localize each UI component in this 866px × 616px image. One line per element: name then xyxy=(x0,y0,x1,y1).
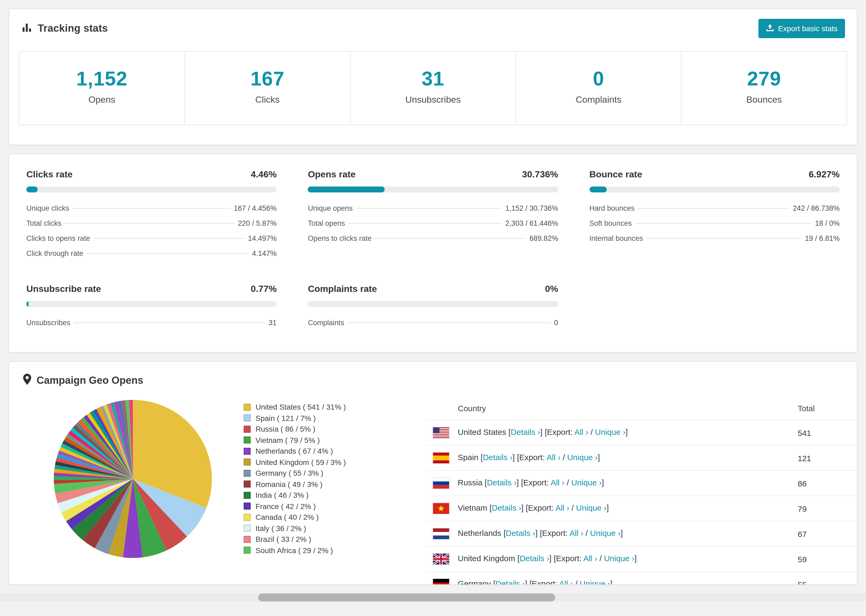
horizontal-scrollbar-thumb[interactable] xyxy=(258,593,555,602)
legend-swatch xyxy=(244,437,251,444)
details-link[interactable]: Details › xyxy=(505,528,535,537)
rate-row-label: Total opens xyxy=(308,216,345,231)
unsubscribe-rate-title: Unsubscribe rate xyxy=(26,284,101,295)
bounce-rate-value: 6.927% xyxy=(809,169,840,180)
export-all-link[interactable]: All › xyxy=(555,503,569,512)
export-unique-link[interactable]: Unique › xyxy=(576,503,606,512)
page-title: Tracking stats xyxy=(38,23,108,35)
legend-swatch xyxy=(244,404,251,411)
rate-row-label: Soft bounces xyxy=(589,216,632,231)
stat-value: 167 xyxy=(185,68,350,90)
stat-complaints: 0 Complaints xyxy=(516,52,682,125)
export-unique-link[interactable]: Unique › xyxy=(604,554,635,563)
opens-rate-title: Opens rate xyxy=(308,169,356,180)
stat-value: 1,152 xyxy=(19,68,184,90)
country-name: Germany xyxy=(458,579,491,585)
export-all-link[interactable]: All › xyxy=(546,453,561,462)
stats-summary-box: 1,152 Opens 167 Clicks 31 Unsubscribes 0… xyxy=(19,51,847,125)
unsubscribe-rate-value: 0.77% xyxy=(251,284,277,295)
bounce-rate-bar-fill xyxy=(589,187,606,192)
dotted-leader xyxy=(636,223,811,224)
dotted-leader xyxy=(349,223,502,224)
dotted-leader xyxy=(73,208,230,209)
table-row-united-kingdom: United Kingdom [Details ›] [Export: All … xyxy=(427,546,857,572)
details-link[interactable]: Details › xyxy=(491,503,521,512)
legend-swatch xyxy=(244,525,251,532)
legend-swatch xyxy=(244,503,251,510)
country-name: United States xyxy=(458,427,506,437)
stat-opens: 1,152 Opens xyxy=(19,52,185,125)
rate-row: Internal bounces19 / 6.81% xyxy=(589,231,840,246)
rate-row-value: 1,152 / 30.736% xyxy=(505,201,558,216)
legend-swatch xyxy=(244,481,251,488)
clicks-rate-value: 4.46% xyxy=(251,169,277,180)
rate-row: Opens to clicks rate689.82% xyxy=(308,231,558,246)
legend-label: Germany ( 55 / 3% ) xyxy=(255,468,323,479)
legend-label: France ( 42 / 2% ) xyxy=(255,501,316,512)
geo-pie-chart xyxy=(52,398,214,585)
uk-flag-icon xyxy=(432,553,450,565)
export-unique-link[interactable]: Unique › xyxy=(571,478,601,487)
rate-row-value: 167 / 4.456% xyxy=(234,201,277,216)
map-pin-icon xyxy=(23,374,31,388)
export-all-link[interactable]: All › xyxy=(551,478,565,487)
rate-row: Click through rate4.147% xyxy=(26,246,277,261)
export-unique-link[interactable]: Unique › xyxy=(567,453,598,462)
unsubscribe-rate-bar xyxy=(26,301,277,307)
legend-item: United Kingdom ( 59 / 3% ) xyxy=(244,457,379,468)
legend-label: Netherlands ( 67 / 4% ) xyxy=(255,446,333,457)
rate-row-label: Opens to clicks rate xyxy=(308,231,372,246)
export-unique-link[interactable]: Unique › xyxy=(580,579,610,585)
rate-row-label: Unique opens xyxy=(308,201,353,216)
table-row-united-states: United States [Details ›] [Export: All ›… xyxy=(427,420,857,445)
russia-flag-icon xyxy=(432,477,450,489)
rate-row: Soft bounces18 / 0% xyxy=(589,216,840,231)
legend-swatch xyxy=(244,415,251,422)
rate-row-value: 18 / 0% xyxy=(815,216,840,231)
stat-value: 0 xyxy=(516,68,681,90)
export-all-link[interactable]: All › xyxy=(559,579,573,585)
rate-row-value: 689.82% xyxy=(529,231,558,246)
legend-label: Vietnam ( 79 / 5% ) xyxy=(255,435,320,446)
details-link[interactable]: Details › xyxy=(495,579,525,585)
opens-rate-bar-fill xyxy=(308,187,385,192)
rate-row: Total clicks220 / 5.87% xyxy=(26,216,277,231)
country-column-header: Country xyxy=(427,396,798,420)
country-name: Vietnam xyxy=(458,503,487,512)
unsubscribe-rate-bar-fill xyxy=(26,301,28,307)
details-link[interactable]: Details › xyxy=(487,478,516,487)
dotted-leader xyxy=(87,253,248,254)
details-link[interactable]: Details › xyxy=(520,554,549,563)
bounce-rate-block: Bounce rate 6.927% Hard bounces242 / 86.… xyxy=(589,169,840,261)
details-link[interactable]: Details › xyxy=(511,427,540,437)
dotted-leader xyxy=(375,238,526,239)
export-unique-link[interactable]: Unique › xyxy=(595,427,625,437)
dotted-leader xyxy=(94,238,244,239)
export-basic-stats-button[interactable]: Export basic stats xyxy=(758,19,845,38)
vietnam-flag-icon xyxy=(432,503,450,514)
opens-rate-bar xyxy=(308,187,558,192)
rate-row-value: 19 / 6.81% xyxy=(805,231,840,246)
stat-bounces: 279 Bounces xyxy=(682,52,847,125)
country-total: 541 xyxy=(798,420,857,445)
export-all-link[interactable]: All › xyxy=(569,528,583,537)
dotted-leader xyxy=(65,223,234,224)
legend-swatch xyxy=(244,492,251,499)
legend-label: United States ( 541 / 31% ) xyxy=(255,402,346,413)
legend-item: Romania ( 49 / 3% ) xyxy=(244,479,379,490)
export-unique-link[interactable]: Unique › xyxy=(590,528,620,537)
rate-row-value: 4.147% xyxy=(252,246,277,261)
details-link[interactable]: Details › xyxy=(483,453,512,462)
export-all-link[interactable]: All › xyxy=(575,427,589,437)
legend-item: Vietnam ( 79 / 5% ) xyxy=(244,435,379,446)
opens-rate-value: 30.736% xyxy=(522,169,558,180)
rate-row: Clicks to opens rate14.497% xyxy=(26,231,277,246)
page: Tracking stats Export basic stats 1,152 … xyxy=(0,0,866,602)
rate-row-value: 14.497% xyxy=(248,231,277,246)
complaints-rate-block: Complaints rate 0% Complaints0 xyxy=(308,284,558,331)
country-name: Russia xyxy=(458,478,482,487)
stat-label: Unsubscribes xyxy=(350,94,516,105)
rate-row-label: Clicks to opens rate xyxy=(26,231,90,246)
country-name: United Kingdom xyxy=(458,554,515,563)
export-all-link[interactable]: All › xyxy=(583,554,597,563)
